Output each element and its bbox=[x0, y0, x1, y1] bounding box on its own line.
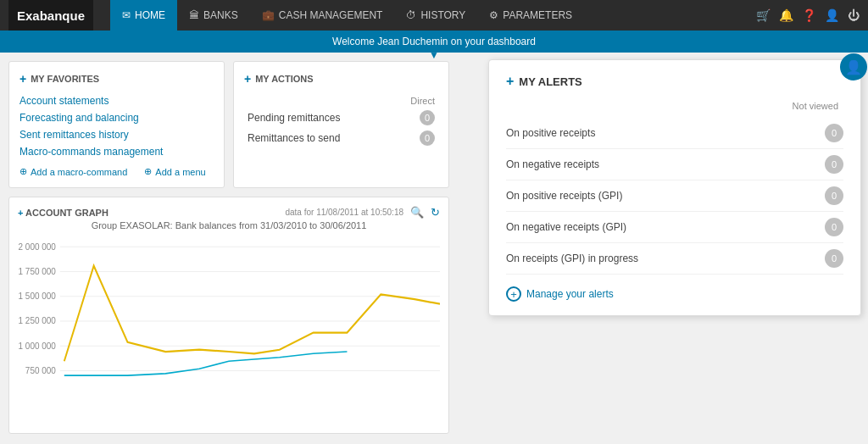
welcome-bar: Welcome Jean Duchemin on your dashboard bbox=[0, 31, 868, 53]
main-content: + MY FAVORITES Account statements Foreca… bbox=[0, 53, 868, 442]
add-macro-icon: ⊕ bbox=[19, 166, 27, 177]
add-macro-button[interactable]: ⊕ Add a macro-command bbox=[19, 166, 127, 177]
svg-text:2 000 000: 2 000 000 bbox=[19, 241, 56, 252]
chart-svg: 2 000 000 1 750 000 1 500 000 1 250 000 … bbox=[18, 237, 440, 390]
nav-cash[interactable]: 💼 CASH MANAGEMENT bbox=[250, 0, 395, 31]
chart-plus-icon: + bbox=[18, 208, 25, 218]
svg-text:1 000 000: 1 000 000 bbox=[19, 340, 56, 351]
table-row: Remittances to send 0 bbox=[244, 128, 438, 148]
status-badge: 0 bbox=[825, 124, 843, 142]
alerts-title: + MY ALERTS bbox=[506, 74, 843, 89]
favorites-title: + MY FAVORITES bbox=[19, 72, 214, 86]
nav-history[interactable]: ⏱ HISTORY bbox=[394, 0, 477, 31]
alert-row: On positive receipts 0 bbox=[506, 118, 843, 149]
actions-title: + MY ACTIONS bbox=[244, 72, 438, 86]
alert-row: On positive receipts (GPI) 0 bbox=[506, 180, 843, 212]
add-menu-button[interactable]: ⊕ Add a menu bbox=[144, 166, 205, 177]
brand-logo[interactable]: Exabanque bbox=[8, 0, 93, 31]
svg-text:1 250 000: 1 250 000 bbox=[19, 315, 56, 326]
actions-plus-icon: + bbox=[244, 72, 251, 86]
history-icon: ⏱ bbox=[406, 9, 416, 21]
svg-text:1 750 000: 1 750 000 bbox=[19, 265, 56, 276]
bell-icon[interactable]: 🔔 bbox=[779, 8, 793, 22]
list-item: Macro-commands management bbox=[19, 145, 214, 158]
avatar: 👤 bbox=[840, 53, 867, 80]
actions-col-header: Direct bbox=[392, 94, 438, 108]
alert-row: On receipts (GPI) in progress 0 bbox=[506, 243, 843, 275]
home-icon: ✉ bbox=[122, 9, 131, 21]
left-panel: + MY FAVORITES Account statements Foreca… bbox=[0, 53, 458, 442]
favorites-card: + MY FAVORITES Account statements Foreca… bbox=[8, 61, 225, 188]
svg-text:1 500 000: 1 500 000 bbox=[19, 291, 56, 302]
favorites-plus-icon: + bbox=[19, 72, 26, 86]
refresh-icon[interactable]: ↻ bbox=[431, 206, 440, 219]
nav-home[interactable]: ✉ HOME bbox=[110, 0, 177, 31]
chart-title: + ACCOUNT GRAPH bbox=[18, 208, 108, 218]
power-icon[interactable]: ⏻ bbox=[848, 8, 860, 22]
list-item: Forecasting and balancing bbox=[19, 111, 214, 124]
list-item: Sent remittances history bbox=[19, 128, 214, 141]
status-badge: 0 bbox=[825, 155, 843, 174]
chart-subtitle: Group EXASOLAR: Bank balances from 31/03… bbox=[18, 220, 440, 230]
help-icon[interactable]: ❓ bbox=[802, 8, 816, 22]
nav-items: ✉ HOME 🏛 BANKS 💼 CASH MANAGEMENT ⏱ HISTO… bbox=[110, 0, 756, 31]
status-badge: 0 bbox=[825, 186, 843, 205]
nav-banks[interactable]: 🏛 BANKS bbox=[177, 0, 250, 31]
table-row: Pending remittances 0 bbox=[244, 108, 438, 128]
status-badge: 0 bbox=[825, 218, 843, 236]
search-icon[interactable]: 🔍 bbox=[410, 206, 424, 219]
parameters-icon: ⚙ bbox=[489, 9, 498, 21]
account-graph-card: + ACCOUNT GRAPH data for 11/08/2011 at 1… bbox=[8, 197, 449, 434]
status-badge: 0 bbox=[420, 130, 435, 146]
banks-icon: 🏛 bbox=[189, 9, 199, 21]
alert-row: On negative receipts (GPI) 0 bbox=[506, 212, 843, 243]
list-item: Account statements bbox=[19, 94, 214, 107]
top-row: + MY FAVORITES Account statements Foreca… bbox=[8, 61, 449, 188]
cart-icon[interactable]: 🛒 bbox=[756, 8, 771, 22]
chart-meta: data for 11/08/2011 at 10:50:18 bbox=[285, 208, 403, 217]
cash-icon: 💼 bbox=[262, 9, 275, 21]
nav-parameters[interactable]: ⚙ PARAMETERS bbox=[477, 0, 584, 31]
status-badge: 0 bbox=[420, 110, 435, 125]
chart-header: + ACCOUNT GRAPH data for 11/08/2011 at 1… bbox=[18, 206, 440, 219]
avatar-icon: 👤 bbox=[845, 59, 862, 75]
status-badge: 0 bbox=[825, 249, 843, 268]
actions-table: Direct Pending remittances 0 Remittances… bbox=[244, 94, 438, 148]
fav-actions: ⊕ Add a macro-command ⊕ Add a menu bbox=[19, 166, 214, 177]
actions-card: + MY ACTIONS Direct Pending remittances … bbox=[233, 61, 449, 188]
alerts-col-header: Not viewed bbox=[506, 101, 843, 111]
chart-container: 2 000 000 1 750 000 1 500 000 1 250 000 … bbox=[18, 237, 440, 390]
alert-row: On negative receipts 0 bbox=[506, 149, 843, 180]
favorites-list: Account statements Forecasting and balan… bbox=[19, 94, 214, 158]
user-icon[interactable]: 👤 bbox=[825, 8, 839, 22]
add-menu-icon: ⊕ bbox=[144, 166, 152, 177]
alerts-plus-icon: + bbox=[506, 74, 514, 89]
navbar: Exabanque ✉ HOME 🏛 BANKS 💼 CASH MANAGEME… bbox=[0, 0, 868, 31]
manage-alerts-icon: + bbox=[506, 286, 521, 302]
manage-alerts-button[interactable]: + Manage your alerts bbox=[506, 286, 843, 302]
svg-text:750 000: 750 000 bbox=[25, 364, 56, 375]
nav-icon-group: 🛒 🔔 ❓ 👤 ⏻ bbox=[756, 8, 860, 22]
alerts-panel: 👤 + MY ALERTS Not viewed On positive rec… bbox=[488, 59, 861, 316]
